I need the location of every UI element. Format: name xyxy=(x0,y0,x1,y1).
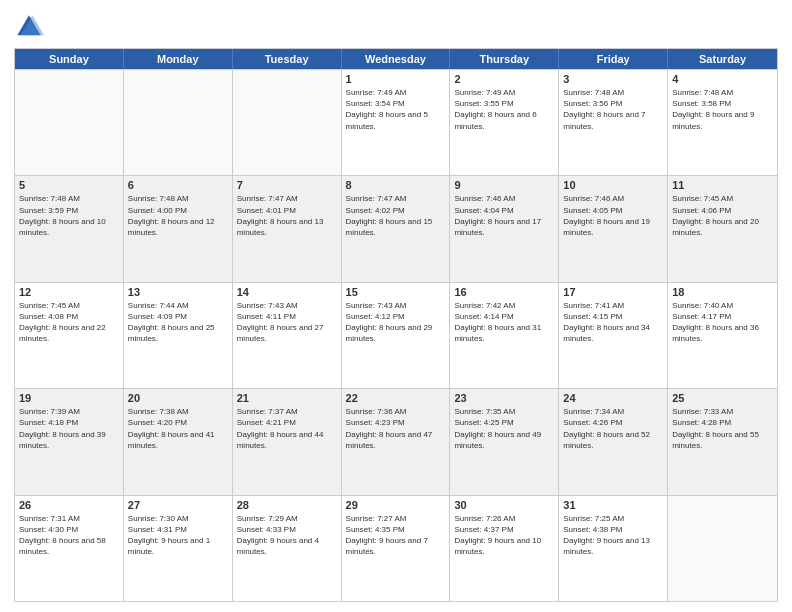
cell-text: Sunrise: 7:41 AM Sunset: 4:15 PM Dayligh… xyxy=(563,300,663,345)
day-number: 31 xyxy=(563,499,663,511)
day-number: 12 xyxy=(19,286,119,298)
day-number: 25 xyxy=(672,392,773,404)
day-number: 24 xyxy=(563,392,663,404)
page: SundayMondayTuesdayWednesdayThursdayFrid… xyxy=(0,0,792,612)
header-day-tuesday: Tuesday xyxy=(233,49,342,69)
day-number: 8 xyxy=(346,179,446,191)
day-number: 17 xyxy=(563,286,663,298)
calendar-cell: 19Sunrise: 7:39 AM Sunset: 4:18 PM Dayli… xyxy=(15,389,124,494)
calendar-row-1: 5Sunrise: 7:48 AM Sunset: 3:59 PM Daylig… xyxy=(15,175,777,281)
day-number: 6 xyxy=(128,179,228,191)
cell-text: Sunrise: 7:49 AM Sunset: 3:55 PM Dayligh… xyxy=(454,87,554,132)
header-day-wednesday: Wednesday xyxy=(342,49,451,69)
day-number: 4 xyxy=(672,73,773,85)
day-number: 15 xyxy=(346,286,446,298)
day-number: 5 xyxy=(19,179,119,191)
cell-text: Sunrise: 7:46 AM Sunset: 4:04 PM Dayligh… xyxy=(454,193,554,238)
calendar-cell: 20Sunrise: 7:38 AM Sunset: 4:20 PM Dayli… xyxy=(124,389,233,494)
header-day-monday: Monday xyxy=(124,49,233,69)
day-number: 9 xyxy=(454,179,554,191)
day-number: 10 xyxy=(563,179,663,191)
cell-text: Sunrise: 7:42 AM Sunset: 4:14 PM Dayligh… xyxy=(454,300,554,345)
calendar-cell: 28Sunrise: 7:29 AM Sunset: 4:33 PM Dayli… xyxy=(233,496,342,601)
calendar-cell: 11Sunrise: 7:45 AM Sunset: 4:06 PM Dayli… xyxy=(668,176,777,281)
calendar-body: 1Sunrise: 7:49 AM Sunset: 3:54 PM Daylig… xyxy=(15,69,777,601)
calendar-cell: 31Sunrise: 7:25 AM Sunset: 4:38 PM Dayli… xyxy=(559,496,668,601)
cell-text: Sunrise: 7:25 AM Sunset: 4:38 PM Dayligh… xyxy=(563,513,663,558)
calendar-header: SundayMondayTuesdayWednesdayThursdayFrid… xyxy=(15,49,777,69)
cell-text: Sunrise: 7:31 AM Sunset: 4:30 PM Dayligh… xyxy=(19,513,119,558)
calendar-cell: 26Sunrise: 7:31 AM Sunset: 4:30 PM Dayli… xyxy=(15,496,124,601)
calendar-cell: 25Sunrise: 7:33 AM Sunset: 4:28 PM Dayli… xyxy=(668,389,777,494)
calendar-cell: 4Sunrise: 7:48 AM Sunset: 3:58 PM Daylig… xyxy=(668,70,777,175)
day-number: 11 xyxy=(672,179,773,191)
day-number: 22 xyxy=(346,392,446,404)
calendar-row-2: 12Sunrise: 7:45 AM Sunset: 4:08 PM Dayli… xyxy=(15,282,777,388)
cell-text: Sunrise: 7:49 AM Sunset: 3:54 PM Dayligh… xyxy=(346,87,446,132)
day-number: 16 xyxy=(454,286,554,298)
calendar-cell: 24Sunrise: 7:34 AM Sunset: 4:26 PM Dayli… xyxy=(559,389,668,494)
cell-text: Sunrise: 7:37 AM Sunset: 4:21 PM Dayligh… xyxy=(237,406,337,451)
day-number: 18 xyxy=(672,286,773,298)
header-day-thursday: Thursday xyxy=(450,49,559,69)
day-number: 27 xyxy=(128,499,228,511)
calendar-cell: 2Sunrise: 7:49 AM Sunset: 3:55 PM Daylig… xyxy=(450,70,559,175)
calendar-cell: 17Sunrise: 7:41 AM Sunset: 4:15 PM Dayli… xyxy=(559,283,668,388)
cell-text: Sunrise: 7:34 AM Sunset: 4:26 PM Dayligh… xyxy=(563,406,663,451)
cell-text: Sunrise: 7:43 AM Sunset: 4:11 PM Dayligh… xyxy=(237,300,337,345)
cell-text: Sunrise: 7:45 AM Sunset: 4:06 PM Dayligh… xyxy=(672,193,773,238)
day-number: 13 xyxy=(128,286,228,298)
day-number: 26 xyxy=(19,499,119,511)
day-number: 30 xyxy=(454,499,554,511)
calendar-row-0: 1Sunrise: 7:49 AM Sunset: 3:54 PM Daylig… xyxy=(15,69,777,175)
day-number: 1 xyxy=(346,73,446,85)
header-day-saturday: Saturday xyxy=(668,49,777,69)
calendar-cell: 7Sunrise: 7:47 AM Sunset: 4:01 PM Daylig… xyxy=(233,176,342,281)
calendar-cell: 30Sunrise: 7:26 AM Sunset: 4:37 PM Dayli… xyxy=(450,496,559,601)
cell-text: Sunrise: 7:43 AM Sunset: 4:12 PM Dayligh… xyxy=(346,300,446,345)
header xyxy=(14,12,778,42)
cell-text: Sunrise: 7:44 AM Sunset: 4:09 PM Dayligh… xyxy=(128,300,228,345)
calendar-cell: 29Sunrise: 7:27 AM Sunset: 4:35 PM Dayli… xyxy=(342,496,451,601)
day-number: 3 xyxy=(563,73,663,85)
cell-text: Sunrise: 7:48 AM Sunset: 3:59 PM Dayligh… xyxy=(19,193,119,238)
calendar-cell xyxy=(668,496,777,601)
calendar-row-3: 19Sunrise: 7:39 AM Sunset: 4:18 PM Dayli… xyxy=(15,388,777,494)
calendar-cell: 13Sunrise: 7:44 AM Sunset: 4:09 PM Dayli… xyxy=(124,283,233,388)
day-number: 28 xyxy=(237,499,337,511)
cell-text: Sunrise: 7:47 AM Sunset: 4:02 PM Dayligh… xyxy=(346,193,446,238)
logo xyxy=(14,12,48,42)
calendar-cell: 23Sunrise: 7:35 AM Sunset: 4:25 PM Dayli… xyxy=(450,389,559,494)
calendar-cell: 5Sunrise: 7:48 AM Sunset: 3:59 PM Daylig… xyxy=(15,176,124,281)
header-day-sunday: Sunday xyxy=(15,49,124,69)
cell-text: Sunrise: 7:47 AM Sunset: 4:01 PM Dayligh… xyxy=(237,193,337,238)
calendar-cell: 8Sunrise: 7:47 AM Sunset: 4:02 PM Daylig… xyxy=(342,176,451,281)
calendar: SundayMondayTuesdayWednesdayThursdayFrid… xyxy=(14,48,778,602)
cell-text: Sunrise: 7:33 AM Sunset: 4:28 PM Dayligh… xyxy=(672,406,773,451)
calendar-cell: 18Sunrise: 7:40 AM Sunset: 4:17 PM Dayli… xyxy=(668,283,777,388)
calendar-cell: 27Sunrise: 7:30 AM Sunset: 4:31 PM Dayli… xyxy=(124,496,233,601)
cell-text: Sunrise: 7:27 AM Sunset: 4:35 PM Dayligh… xyxy=(346,513,446,558)
calendar-cell: 3Sunrise: 7:48 AM Sunset: 3:56 PM Daylig… xyxy=(559,70,668,175)
cell-text: Sunrise: 7:39 AM Sunset: 4:18 PM Dayligh… xyxy=(19,406,119,451)
calendar-cell: 1Sunrise: 7:49 AM Sunset: 3:54 PM Daylig… xyxy=(342,70,451,175)
cell-text: Sunrise: 7:35 AM Sunset: 4:25 PM Dayligh… xyxy=(454,406,554,451)
calendar-cell: 21Sunrise: 7:37 AM Sunset: 4:21 PM Dayli… xyxy=(233,389,342,494)
day-number: 19 xyxy=(19,392,119,404)
day-number: 29 xyxy=(346,499,446,511)
cell-text: Sunrise: 7:26 AM Sunset: 4:37 PM Dayligh… xyxy=(454,513,554,558)
cell-text: Sunrise: 7:48 AM Sunset: 3:58 PM Dayligh… xyxy=(672,87,773,132)
calendar-cell: 14Sunrise: 7:43 AM Sunset: 4:11 PM Dayli… xyxy=(233,283,342,388)
cell-text: Sunrise: 7:29 AM Sunset: 4:33 PM Dayligh… xyxy=(237,513,337,558)
day-number: 7 xyxy=(237,179,337,191)
day-number: 2 xyxy=(454,73,554,85)
calendar-cell: 15Sunrise: 7:43 AM Sunset: 4:12 PM Dayli… xyxy=(342,283,451,388)
day-number: 23 xyxy=(454,392,554,404)
calendar-cell: 6Sunrise: 7:48 AM Sunset: 4:00 PM Daylig… xyxy=(124,176,233,281)
logo-icon xyxy=(14,12,44,42)
cell-text: Sunrise: 7:45 AM Sunset: 4:08 PM Dayligh… xyxy=(19,300,119,345)
calendar-cell: 10Sunrise: 7:46 AM Sunset: 4:05 PM Dayli… xyxy=(559,176,668,281)
cell-text: Sunrise: 7:46 AM Sunset: 4:05 PM Dayligh… xyxy=(563,193,663,238)
cell-text: Sunrise: 7:38 AM Sunset: 4:20 PM Dayligh… xyxy=(128,406,228,451)
cell-text: Sunrise: 7:48 AM Sunset: 4:00 PM Dayligh… xyxy=(128,193,228,238)
